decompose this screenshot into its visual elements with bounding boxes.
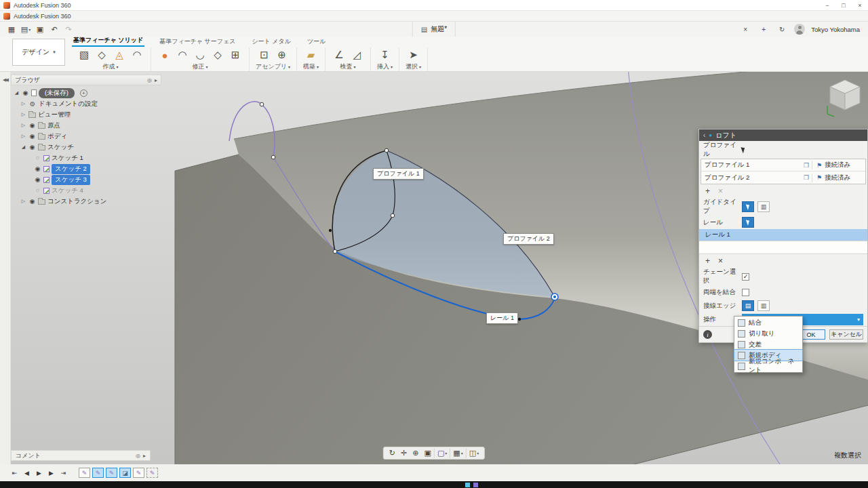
- group-construct-label[interactable]: 構築▾: [303, 62, 319, 71]
- close-tab-button[interactable]: ×: [739, 23, 751, 35]
- fit-icon[interactable]: ▣: [421, 448, 433, 458]
- window-maximize-button[interactable]: □: [835, 0, 852, 11]
- group-assemble-label[interactable]: アセンブリ▾: [256, 62, 290, 71]
- tangent-edges-keep-button[interactable]: ▥: [757, 300, 770, 311]
- guide-type-rails-button[interactable]: [742, 201, 754, 212]
- timeline-go-end-button[interactable]: ⇥: [58, 470, 68, 476]
- browser-header[interactable]: ブラウザ ◎ ▸: [11, 75, 161, 85]
- menu-item-cut[interactable]: 切り取り: [734, 328, 802, 339]
- create-box-icon[interactable]: ▧: [77, 47, 92, 62]
- profile-copy-icon[interactable]: ❐: [804, 174, 809, 181]
- group-inspect-label[interactable]: 検査▾: [340, 62, 356, 71]
- browser-item-sketch4[interactable]: ○ スケッチ 4: [11, 185, 161, 196]
- timeline-go-start-button[interactable]: ⇤: [9, 470, 20, 476]
- profile-copy-icon[interactable]: ❐: [804, 162, 809, 169]
- browser-item-sketch2[interactable]: ◉ スケッチ 2: [11, 163, 161, 174]
- timeline-sketch-feature-selected[interactable]: ✎: [106, 468, 117, 478]
- timeline-sketch-feature-selected[interactable]: ✎: [92, 468, 104, 478]
- remove-rail-button[interactable]: ×: [718, 256, 723, 266]
- viewport[interactable]: ◀◀ ブラウザ ◎ ▸ ◢ ◉ (未保存) + ▷ ⚙ ドキュメントの設定: [0, 72, 868, 464]
- rail-select-button[interactable]: [742, 217, 754, 228]
- press-pull-icon[interactable]: ●: [157, 47, 172, 62]
- eye-icon[interactable]: ◉: [22, 89, 29, 96]
- window-minimize-button[interactable]: −: [819, 0, 835, 11]
- taskbar-app-icon[interactable]: [473, 483, 478, 487]
- eye-icon[interactable]: ○: [34, 155, 41, 161]
- info-icon[interactable]: i: [703, 330, 712, 339]
- eye-icon[interactable]: ◉: [28, 133, 36, 140]
- group-select-label[interactable]: 選択▾: [406, 62, 421, 71]
- menu-item-new-component[interactable]: 新規コンポーネント: [734, 361, 802, 371]
- zoom-icon[interactable]: ⊕: [410, 448, 421, 458]
- timeline-step-forward-button[interactable]: ▶: [46, 470, 56, 476]
- expander-icon[interactable]: ▷: [20, 112, 26, 117]
- draft-icon[interactable]: ◇: [210, 47, 225, 62]
- comment-expand-icon[interactable]: ▸: [143, 453, 146, 459]
- eye-icon[interactable]: ◉: [34, 176, 41, 183]
- expander-icon[interactable]: ◢: [14, 90, 20, 96]
- user-avatar[interactable]: [794, 24, 805, 35]
- group-modify-label[interactable]: 修正▾: [192, 62, 208, 71]
- expander-icon[interactable]: ◢: [20, 144, 26, 150]
- comment-panel[interactable]: コメント ◎ ▸: [11, 450, 151, 461]
- joint-icon[interactable]: ⊕: [275, 47, 290, 62]
- taskbar-app-icon[interactable]: [465, 483, 470, 487]
- insert-icon[interactable]: ↧: [378, 47, 393, 62]
- browser-item-named-views[interactable]: ▷ ビュー管理: [11, 109, 161, 120]
- viewport-layout-icon[interactable]: ◫▾: [466, 448, 481, 458]
- browser-options-icon[interactable]: ◎: [147, 77, 152, 83]
- section-analysis-icon[interactable]: ◿: [349, 47, 364, 62]
- eye-icon[interactable]: ○: [34, 187, 41, 194]
- menu-item-intersect[interactable]: 交差: [734, 339, 802, 350]
- timeline-pending-feature[interactable]: ✎: [146, 468, 158, 478]
- add-profile-button[interactable]: +: [705, 186, 710, 196]
- dialog-collapse-icon[interactable]: ‹: [703, 131, 705, 139]
- expander-icon[interactable]: ▷: [20, 134, 26, 139]
- document-tab[interactable]: ▤ 無題*: [412, 22, 456, 37]
- guide-type-centerline-button[interactable]: ▥: [757, 201, 770, 212]
- app-grid-icon[interactable]: ▦: [5, 23, 18, 35]
- create-loft-icon[interactable]: ◬: [112, 47, 127, 62]
- profile-row-1[interactable]: プロファイル 1 ❐ ⚑ 接続済み: [701, 159, 865, 171]
- browser-item-construction[interactable]: ▷ ◉ コンストラクション: [11, 196, 161, 207]
- profile-row-2[interactable]: プロファイル 2 ❐ ⚑ 接続済み: [701, 171, 865, 184]
- display-settings-icon[interactable]: ▢▾: [434, 448, 450, 458]
- tab-tools[interactable]: ツール: [306, 37, 327, 47]
- menu-item-join[interactable]: 結合: [734, 317, 802, 328]
- add-rail-button[interactable]: +: [705, 256, 710, 266]
- eye-icon[interactable]: ◉: [28, 144, 36, 150]
- window-close-button[interactable]: ×: [852, 0, 868, 11]
- tangent-edges-merge-button[interactable]: ▤: [742, 300, 754, 311]
- group-insert-label[interactable]: 挿入▾: [377, 62, 393, 71]
- eye-icon[interactable]: ◉: [28, 122, 36, 129]
- timeline-play-button[interactable]: ▶: [34, 470, 44, 476]
- timeline-step-back-button[interactable]: ◀: [22, 470, 32, 476]
- pan-icon[interactable]: ✛: [398, 448, 410, 458]
- group-create-label[interactable]: 作成▾: [102, 62, 118, 71]
- workspace-selector[interactable]: デザイン ▾: [12, 39, 65, 66]
- user-name[interactable]: Tokyo Yokohama: [811, 26, 860, 33]
- create-revolve-icon[interactable]: ◇: [94, 47, 109, 62]
- shell-icon[interactable]: ◡: [193, 47, 208, 62]
- cancel-button[interactable]: キャンセル: [829, 329, 863, 340]
- rail-row-selected[interactable]: レール 1: [699, 229, 867, 241]
- loft-dialog-header[interactable]: ‹ ● ロフト: [699, 129, 867, 141]
- fillet-icon[interactable]: ◠: [175, 47, 190, 62]
- browser-item-sketches[interactable]: ◢ ◉ スケッチ: [11, 142, 161, 152]
- grid-settings-icon[interactable]: ▦▾: [450, 448, 465, 458]
- eye-icon[interactable]: ◉: [28, 198, 36, 205]
- browser-expand-icon[interactable]: ▸: [155, 77, 157, 83]
- select-cursor-icon[interactable]: ➤: [406, 47, 421, 62]
- eye-icon[interactable]: ◉: [34, 165, 41, 172]
- construction-plane-icon[interactable]: ▰: [304, 47, 319, 62]
- expander-icon[interactable]: ▷: [20, 101, 26, 106]
- rail-list[interactable]: [699, 241, 867, 254]
- profile2-selected-point[interactable]: [551, 293, 558, 300]
- browser-item-document-settings[interactable]: ▷ ⚙ ドキュメントの設定: [11, 98, 161, 109]
- tab-surface[interactable]: 基準フィーチャ サーフェス: [158, 37, 237, 47]
- tab-sheet-metal[interactable]: シート メタル: [250, 37, 292, 47]
- job-status-icon[interactable]: ↻: [776, 23, 788, 35]
- collapse-browser-icon[interactable]: ◀◀: [0, 77, 10, 83]
- timeline-sketch-feature[interactable]: ✎: [133, 468, 144, 478]
- browser-item-sketch3[interactable]: ◉ スケッチ 3: [11, 174, 161, 185]
